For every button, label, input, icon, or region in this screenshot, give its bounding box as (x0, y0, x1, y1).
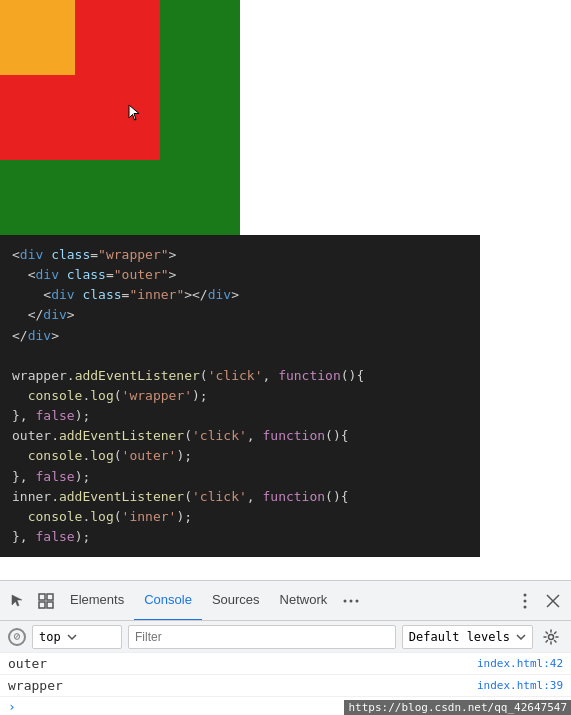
code-line-1: <div class="wrapper"> (12, 245, 468, 265)
code-line-blank (12, 346, 468, 366)
console-link-outer[interactable]: index.html:42 (477, 657, 563, 670)
code-line-10: console.log('outer'); (12, 446, 468, 466)
code-line-7: console.log('wrapper'); (12, 386, 468, 406)
svg-point-8 (524, 599, 527, 602)
inspect-icon[interactable] (32, 587, 60, 615)
cursor-select-icon[interactable] (4, 587, 32, 615)
code-line-2: <div class="outer"> (12, 265, 468, 285)
svg-point-12 (549, 634, 554, 639)
tab-sources[interactable]: Sources (202, 581, 270, 621)
close-devtools-icon[interactable] (539, 587, 567, 615)
svg-point-4 (344, 599, 347, 602)
code-panel: <div class="wrapper"> <div class="outer"… (0, 235, 480, 557)
code-line-9: outer.addEventListener('click', function… (12, 426, 468, 446)
clear-console-icon[interactable]: ⊘ (8, 628, 26, 646)
console-toolbar: ⊘ top Default levels (0, 620, 571, 652)
tab-console[interactable]: Console (134, 581, 202, 621)
preview-canvas (0, 0, 240, 235)
code-line-4: </div> (12, 305, 468, 325)
svg-point-7 (524, 593, 527, 596)
console-row-outer[interactable]: outer index.html:42 (0, 653, 571, 675)
svg-point-6 (356, 599, 359, 602)
console-settings-icon[interactable] (539, 625, 563, 649)
code-line-13: console.log('inner'); (12, 507, 468, 527)
svg-rect-1 (47, 594, 53, 600)
tab-elements[interactable]: Elements (60, 581, 134, 621)
filter-input[interactable] (128, 625, 396, 649)
console-link-wrapper[interactable]: index.html:39 (477, 679, 563, 692)
svg-rect-0 (39, 594, 45, 600)
console-row-wrapper[interactable]: wrapper index.html:39 (0, 675, 571, 697)
svg-rect-2 (39, 602, 45, 608)
devtools-tab-bar: Elements Console Sources Network (0, 580, 571, 620)
tab-network[interactable]: Network (270, 581, 338, 621)
code-line-14: }, false); (12, 527, 468, 547)
code-line-8: }, false); (12, 406, 468, 426)
context-select[interactable]: top (32, 625, 122, 649)
code-line-5: </div> (12, 326, 468, 346)
console-output: outer index.html:42 wrapper index.html:3… (0, 652, 571, 715)
more-tabs-icon[interactable] (337, 587, 365, 615)
svg-point-9 (524, 605, 527, 608)
url-hint: https://blog.csdn.net/qq_42647547 (344, 700, 571, 715)
outer-box (0, 0, 160, 160)
levels-select[interactable]: Default levels (402, 625, 533, 649)
inner-box (0, 0, 75, 75)
svg-rect-3 (47, 602, 53, 608)
code-line-3: <div class="inner"></div> (12, 285, 468, 305)
svg-point-5 (350, 599, 353, 602)
code-line-12: inner.addEventListener('click', function… (12, 487, 468, 507)
code-line-6: wrapper.addEventListener('click', functi… (12, 366, 468, 386)
code-line-11: }, false); (12, 467, 468, 487)
devtools-menu-icon[interactable] (511, 587, 539, 615)
